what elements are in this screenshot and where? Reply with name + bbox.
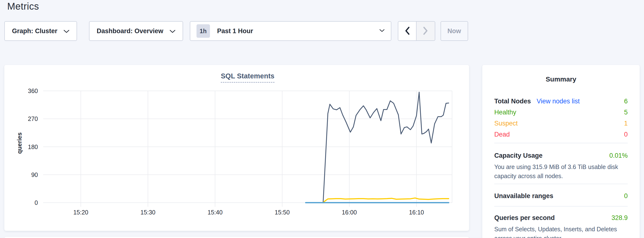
unavailable-ranges-section: Unavailable ranges 0 [494, 184, 628, 200]
svg-text:15:40: 15:40 [208, 209, 223, 216]
sql-statements-chart: 09018027036015:2015:3015:4015:5016:0016:… [4, 65, 469, 231]
queries-per-second-section: Queries per second 328.9 Sum of Selects,… [494, 206, 628, 238]
svg-text:270: 270 [28, 115, 38, 122]
now-button[interactable]: Now [440, 21, 468, 41]
chevron-down-icon [170, 27, 176, 35]
dead-nodes-row: Dead 0 [494, 129, 628, 140]
dead-nodes-value: 0 [624, 131, 628, 138]
view-nodes-list-link[interactable]: View nodes list [537, 98, 580, 105]
svg-text:queries: queries [16, 133, 23, 154]
suspect-nodes-value: 1 [624, 120, 628, 127]
suspect-nodes-label: Suspect [494, 120, 518, 127]
unavailable-ranges-value: 0 [624, 192, 628, 200]
total-nodes-value: 6 [624, 98, 628, 105]
total-nodes-row: Total Nodes View nodes list 6 [494, 96, 628, 107]
svg-text:180: 180 [28, 144, 38, 150]
svg-text:15:20: 15:20 [73, 209, 88, 216]
metrics-page: { "page": { "title": "Metrics", "backgro… [0, 0, 644, 238]
svg-text:16:00: 16:00 [342, 209, 357, 216]
unavailable-ranges-header: Unavailable ranges 0 [494, 192, 628, 200]
chevron-right-icon [423, 27, 428, 36]
svg-text:360: 360 [28, 87, 38, 94]
healthy-nodes-label: Healthy [494, 109, 516, 116]
graph-dropdown-label: Graph: Cluster [12, 27, 57, 35]
controls-row: Graph: Cluster Dashboard: Overview 1h Pa… [4, 21, 468, 41]
page-title: Metrics [7, 1, 39, 12]
graph-dropdown[interactable]: Graph: Cluster [4, 21, 77, 41]
dead-nodes-label: Dead [494, 131, 510, 138]
healthy-nodes-value: 5 [624, 109, 628, 116]
summary-sidebar-inner: Summary Total Nodes View nodes list 6 He… [482, 75, 640, 238]
queries-per-second-label: Queries per second [494, 214, 555, 222]
chevron-left-icon [404, 27, 410, 36]
capacity-usage-description: You are using 315.9 MiB of 3.6 TiB usabl… [494, 162, 628, 181]
total-nodes-label: Total Nodes [494, 98, 531, 105]
svg-text:15:30: 15:30 [140, 209, 156, 216]
healthy-nodes-row: Healthy 5 [494, 107, 628, 118]
time-range-badge: 1h [196, 24, 210, 38]
chevron-down-icon [64, 27, 69, 35]
capacity-usage-label: Capacity Usage [494, 152, 542, 159]
next-time-button[interactable] [416, 21, 435, 41]
metrics-page-root: Metrics Graph: Cluster Dashboard: Overvi… [0, 0, 644, 238]
svg-text:16:10: 16:10 [409, 209, 424, 216]
time-pager [398, 21, 435, 41]
next-chart-panel [4, 237, 469, 238]
time-range-dropdown[interactable]: 1h Past 1 Hour [190, 21, 391, 41]
capacity-usage-value: 0.01% [609, 152, 628, 159]
time-range-label: Past 1 Hour [217, 27, 253, 35]
queries-per-second-value: 328.9 [611, 214, 628, 222]
capacity-usage-section: Capacity Usage 0.01% You are using 315.9… [494, 143, 628, 181]
sql-statements-chart-panel: SQL Statements 09018027036015:2015:3015:… [4, 65, 469, 231]
summary-sidebar: Summary Total Nodes View nodes list 6 He… [482, 65, 640, 238]
summary-title: Summary [494, 75, 628, 83]
nodes-status-block: Total Nodes View nodes list 6 Healthy 5 … [494, 96, 628, 140]
suspect-nodes-row: Suspect 1 [494, 118, 628, 129]
queries-per-second-description: Sum of Selects, Updates, Inserts, and De… [494, 224, 628, 238]
capacity-usage-header: Capacity Usage 0.01% [494, 152, 628, 159]
svg-text:15:50: 15:50 [275, 209, 290, 216]
svg-text:0: 0 [34, 199, 38, 206]
chevron-down-icon [379, 29, 384, 33]
unavailable-ranges-label: Unavailable ranges [494, 192, 553, 200]
svg-text:90: 90 [31, 171, 38, 178]
dashboard-dropdown[interactable]: Dashboard: Overview [89, 21, 183, 41]
prev-time-button[interactable] [398, 21, 416, 41]
dashboard-dropdown-label: Dashboard: Overview [97, 27, 164, 35]
queries-per-second-header: Queries per second 328.9 [494, 214, 628, 222]
